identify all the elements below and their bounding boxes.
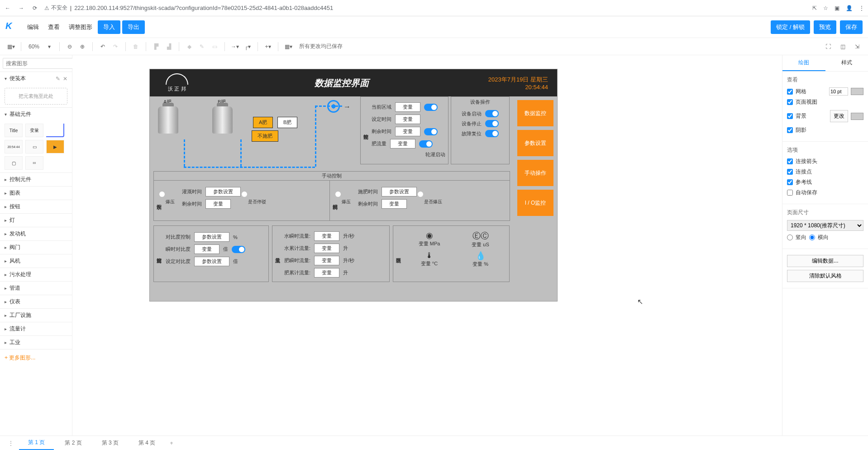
page-checkbox[interactable] bbox=[787, 99, 793, 105]
basic-header[interactable]: 基础元件 bbox=[0, 108, 72, 121]
thumb-time[interactable]: 20:54:44 bbox=[5, 140, 23, 153]
flow-toggle[interactable] bbox=[419, 140, 433, 148]
add-page-icon[interactable]: + bbox=[166, 438, 176, 448]
vert-radio[interactable] bbox=[787, 235, 793, 240]
rem-toggle[interactable] bbox=[424, 128, 438, 135]
forward-icon[interactable]: → bbox=[17, 4, 25, 12]
page-tab-4[interactable]: 第 4 页 bbox=[129, 436, 164, 450]
edit-icon[interactable]: ✎ bbox=[56, 76, 60, 82]
thumb-list[interactable]: ≡≡ bbox=[25, 156, 43, 170]
waypoint-icon[interactable]: ┌▾ bbox=[242, 41, 253, 52]
category-灯[interactable]: 灯 bbox=[0, 214, 72, 227]
zoom-in-icon[interactable]: ⊕ bbox=[77, 41, 88, 52]
pump-param[interactable]: 参数设置 bbox=[205, 187, 241, 196]
fert-b-button[interactable]: B肥 bbox=[277, 117, 297, 128]
redo-icon[interactable]: ↷ bbox=[110, 41, 121, 52]
category-按钮[interactable]: 按钮 bbox=[0, 200, 72, 213]
category-阀门[interactable]: 阀门 bbox=[0, 241, 72, 254]
side-io[interactable]: I / O监控 bbox=[517, 190, 553, 216]
category-发动机[interactable]: 发动机 bbox=[0, 227, 72, 240]
menu-view[interactable]: 查看 bbox=[44, 21, 63, 33]
ratio-toggle[interactable] bbox=[232, 246, 245, 253]
page-size-select[interactable]: 1920 * 1080(推荐尺寸) bbox=[787, 220, 863, 231]
side-manual[interactable]: 手动操作 bbox=[517, 160, 553, 186]
dev-reset-toggle[interactable] bbox=[485, 130, 499, 137]
fert-a-button[interactable]: A肥 bbox=[253, 117, 273, 128]
ratio-param1[interactable]: 参数设置 bbox=[194, 232, 229, 242]
thumb-img[interactable]: ▭ bbox=[25, 140, 43, 153]
more-shapes[interactable]: + 更多图形... bbox=[0, 349, 72, 366]
thumb-var[interactable]: 变量 bbox=[25, 124, 43, 137]
scratch-header[interactable]: 便笺本 ✎✕ bbox=[0, 72, 72, 85]
bg-checkbox[interactable] bbox=[787, 113, 793, 119]
bookmark-icon[interactable]: ☆ bbox=[823, 5, 828, 11]
thumb-corner[interactable] bbox=[46, 124, 64, 137]
shadow-checkbox[interactable] bbox=[787, 127, 793, 133]
grid-size-input[interactable] bbox=[829, 87, 848, 96]
tab-draw[interactable]: 绘图 bbox=[782, 55, 825, 71]
category-工业[interactable]: 工业 bbox=[0, 336, 72, 349]
category-管道[interactable]: 管道 bbox=[0, 282, 72, 295]
category-控制元件[interactable]: 控制元件 bbox=[0, 173, 72, 186]
page-tab-2[interactable]: 第 2 页 bbox=[56, 436, 91, 450]
edit-data-button[interactable]: 编辑数据... bbox=[787, 255, 863, 267]
side-params[interactable]: 参数设置 bbox=[517, 130, 553, 156]
canvas[interactable]: 沃 正 邦 数据监控界面 2023年7月19日 星期三20:54:44 A肥 B… bbox=[149, 69, 558, 302]
drop-hint[interactable]: 把元素拖至此处 bbox=[5, 88, 67, 105]
page-menu-icon[interactable]: ⋮ bbox=[5, 438, 17, 448]
collapse-icon[interactable]: ⇲ bbox=[852, 41, 863, 52]
close-icon[interactable]: ✕ bbox=[63, 76, 67, 82]
zoom-out-icon[interactable]: ⊖ bbox=[64, 41, 75, 52]
category-仪表[interactable]: 仪表 bbox=[0, 295, 72, 308]
panel-icon[interactable]: ▣ bbox=[835, 5, 839, 11]
thumb-title[interactable]: Title bbox=[5, 124, 23, 137]
dev-start-toggle[interactable] bbox=[485, 110, 499, 117]
export-button[interactable]: 导出 bbox=[122, 20, 145, 34]
category-工厂设施[interactable]: 工厂设施 bbox=[0, 309, 72, 322]
table-icon[interactable]: ▦▾ bbox=[283, 41, 294, 52]
grid-checkbox[interactable] bbox=[787, 89, 793, 95]
share-icon[interactable]: ⇱ bbox=[812, 5, 817, 11]
fert-none-button[interactable]: 不施肥 bbox=[252, 130, 278, 142]
lock-button[interactable]: 锁定 / 解锁 bbox=[771, 20, 810, 34]
area-toggle[interactable] bbox=[424, 104, 438, 111]
category-流量计[interactable]: 流量计 bbox=[0, 322, 72, 335]
profile-icon[interactable]: 👤 bbox=[846, 5, 853, 11]
dev-stop-toggle[interactable] bbox=[485, 120, 499, 127]
category-风机[interactable]: 风机 bbox=[0, 254, 72, 268]
category-图表[interactable]: 图表 bbox=[0, 187, 72, 200]
page-tab-1[interactable]: 第 1 页 bbox=[19, 436, 54, 450]
guide-checkbox[interactable] bbox=[787, 179, 793, 185]
fullscreen-icon[interactable]: ⛶ bbox=[823, 41, 834, 52]
zoom-dropdown-icon[interactable]: ▾ bbox=[44, 41, 55, 52]
reload-icon[interactable]: ⟳ bbox=[31, 4, 39, 12]
conn-checkbox[interactable] bbox=[787, 169, 793, 175]
url-text[interactable]: 222.180.200.114:9527/thingskit-scada/?co… bbox=[74, 5, 333, 11]
back-icon[interactable]: ← bbox=[4, 4, 12, 12]
format-panel-icon[interactable]: ◫ bbox=[837, 41, 848, 52]
page-tab-3[interactable]: 第 3 页 bbox=[93, 436, 128, 450]
security-warning[interactable]: ⚠ 不安全 bbox=[44, 4, 67, 12]
fert-param[interactable]: 参数设置 bbox=[382, 187, 417, 196]
menu-edit[interactable]: 编辑 bbox=[24, 21, 43, 33]
clear-style-button[interactable]: 清除默认风格 bbox=[787, 270, 863, 282]
side-monitor[interactable]: 数据监控 bbox=[517, 100, 553, 126]
horiz-radio[interactable] bbox=[809, 235, 815, 240]
arrow-checkbox[interactable] bbox=[787, 158, 793, 164]
menu-icon[interactable]: ⋮ bbox=[859, 5, 864, 11]
grid-color[interactable] bbox=[851, 88, 863, 95]
search-input[interactable] bbox=[3, 58, 77, 69]
thumb-frame[interactable]: ▢ bbox=[5, 156, 23, 170]
autosave-checkbox[interactable] bbox=[787, 190, 793, 196]
menu-adjust[interactable]: 调整图形 bbox=[65, 21, 96, 33]
connector-icon[interactable]: →▾ bbox=[229, 41, 240, 52]
ratio-param2[interactable]: 参数设置 bbox=[194, 257, 229, 266]
add-icon[interactable]: +▾ bbox=[262, 41, 273, 52]
import-button[interactable]: 导入 bbox=[98, 20, 120, 34]
zoom-level[interactable]: 60% bbox=[26, 43, 42, 50]
thumb-video[interactable]: ▶ bbox=[46, 140, 64, 153]
preview-button[interactable]: 预览 bbox=[814, 20, 836, 34]
tab-style[interactable]: 样式 bbox=[825, 55, 868, 71]
undo-icon[interactable]: ↶ bbox=[97, 41, 108, 52]
save-button[interactable]: 保存 bbox=[840, 20, 863, 34]
